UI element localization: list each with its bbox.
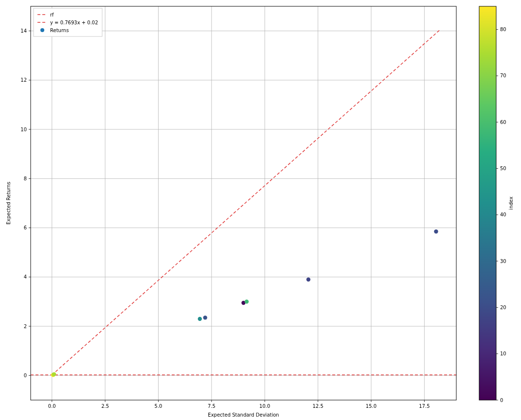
x-tick-label: 2.5	[101, 403, 109, 409]
y-tick-label: 12	[20, 77, 27, 83]
x-axis-label: Expected Standard Deviation	[208, 412, 279, 418]
x-tick-label: 17.5	[419, 403, 430, 409]
colorbar-tick-label: 10	[500, 351, 506, 356]
scatter-points	[51, 229, 438, 377]
scatter-point	[52, 372, 56, 376]
x-ticks: 0.02.55.07.510.012.515.017.5	[48, 400, 430, 409]
scatter-point	[245, 299, 249, 303]
svg-rect-37	[479, 6, 496, 400]
scatter-point	[203, 315, 207, 319]
y-ticks: 02468101214	[20, 28, 31, 378]
colorbar-tick-label: 80	[500, 27, 506, 32]
colorbar-tick-label: 50	[500, 166, 506, 171]
x-tick-label: 7.5	[208, 403, 216, 409]
y-tick-label: 14	[20, 28, 27, 34]
legend-item-label: Returns	[50, 28, 69, 33]
colorbar: 01020304050607080index	[479, 6, 514, 403]
colorbar-tick-label: 0	[500, 398, 503, 403]
legend: rfy = 0.7693x + 0.02Returns	[34, 8, 102, 36]
x-tick-label: 0.0	[48, 403, 56, 409]
y-tick-label: 8	[24, 176, 27, 181]
plot-content	[31, 31, 456, 377]
y-tick-label: 2	[24, 324, 27, 329]
colorbar-tick-label: 20	[500, 305, 506, 310]
scatter-point	[306, 278, 310, 281]
y-tick-label: 6	[24, 225, 27, 230]
legend-item-label: rf	[50, 12, 54, 18]
scatter-point	[198, 317, 202, 321]
colorbar-tick-label: 60	[500, 120, 506, 125]
x-tick-label: 15.0	[366, 403, 377, 409]
colorbar-tick-label: 70	[500, 73, 506, 78]
colorbar-tick-label: 30	[500, 259, 506, 264]
y-tick-label: 10	[20, 127, 27, 132]
x-tick-label: 10.0	[259, 403, 270, 409]
x-tick-label: 5.0	[155, 403, 162, 409]
legend-item-label: y = 0.7693x + 0.02	[50, 20, 98, 25]
y-tick-label: 4	[24, 274, 27, 280]
scatter-point	[434, 229, 438, 233]
colorbar-label: index	[508, 196, 514, 210]
x-tick-label: 12.5	[312, 403, 323, 409]
grid	[31, 6, 456, 400]
line-capital_market_line	[52, 31, 439, 375]
chart-svg: 0.02.55.07.510.012.515.017.502468101214E…	[0, 0, 521, 420]
colorbar-tick-label: 40	[500, 212, 506, 217]
y-tick-label: 0	[24, 373, 27, 378]
chart-container: 0.02.55.07.510.012.515.017.502468101214E…	[0, 0, 521, 420]
axes-frame	[31, 6, 456, 400]
y-axis-label: Expected Returns	[6, 182, 11, 225]
svg-point-36	[40, 28, 44, 32]
